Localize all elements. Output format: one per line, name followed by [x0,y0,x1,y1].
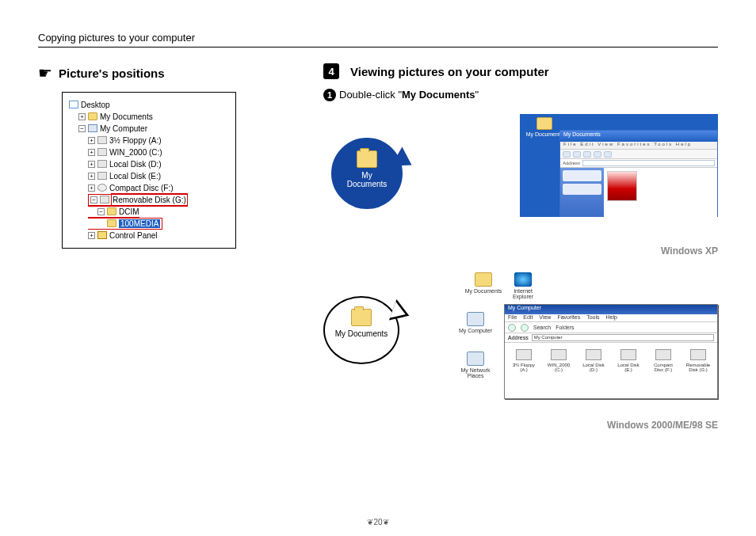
picture-thumbnail [607,171,637,201]
tree-cd: Compact Disc (F:) [109,184,174,192]
folder-icon [351,309,372,326]
floppy-icon [97,136,107,144]
window-addressbar: Address My Computer [505,333,717,343]
xp-desktop: My Documents My Documents File Edit View… [520,114,718,217]
window-menubar: File Edit View Favorites Tools Help [505,314,717,322]
folder-tree: Desktop +My Documents −My Computer +3½ F… [62,92,236,249]
expander-icon: + [88,184,95,192]
instr-prefix: Double-click " [339,89,402,101]
menu-item: Help [606,314,617,321]
expander-icon: − [97,208,105,215]
tree-mycomp: My Computer [100,124,147,133]
page-header: Copying pictures to your computer [38,32,718,48]
bubble-label: My Documents [341,171,393,188]
removable-drive-icon [100,196,109,203]
drive-label: WIN_2000 (C:) [548,363,570,372]
folder-icon [107,207,116,215]
drives-area: 3½ Floppy (A:) WIN_2000 (C:) Local Disk … [505,343,717,378]
classic-desktop: My Documents Internet Explorer My Comput… [456,272,718,407]
drive-item: Local Disk (E:) [614,349,643,372]
window-toolbar: Search Folders [505,322,717,333]
control-panel-icon [97,231,107,239]
left-heading: Picture's positions [59,67,165,80]
icon-label: My Network Places [461,367,491,378]
substep-number-badge: 1 [323,89,336,101]
menu-item: View [539,314,551,321]
window-addressbar: Address [560,159,717,168]
menu-item: Favorites [557,314,580,321]
desktop-icon-mydocs: My Documents [525,117,564,137]
window-menubar: File Edit View Favorites Tools Help [560,142,717,150]
back-icon [508,324,516,332]
expander-icon: + [78,113,86,120]
drive-item: 3½ Floppy (A:) [510,349,538,372]
expander-icon: − [78,125,86,132]
drive-icon [97,148,107,156]
tree-100media: 100MEDIA [119,219,160,228]
step-number-badge: 4 [323,63,339,79]
tree-desktop: Desktop [81,101,110,109]
folder-icon [107,219,116,227]
tree-control: Control Panel [109,231,158,240]
icon-label: My Documents [526,131,563,137]
expander-icon: + [88,137,95,144]
drive-label: Local Disk (D:) [582,363,605,372]
drive-label: 3½ Floppy (A:) [513,363,535,372]
window-sidepanel [560,168,604,217]
drive-item: Removable Disk (G:) [684,349,712,372]
window-titlebar: My Computer [505,305,717,314]
expander-icon: − [90,196,97,203]
xp-explorer-window: My Documents File Edit View Favorites To… [559,130,718,217]
tree-localE: Local Disk (E:) [109,172,161,181]
drive-label: Compact Disc (F:) [654,363,673,372]
desktop-icon-ie: Internet Explorer [504,272,542,299]
toolbar-search: Search [533,325,551,330]
os-label-xp: Windows XP [323,245,718,257]
tree-dcim: DCIM [119,207,139,216]
figure-windows-2k: My Documents My Documents Internet Explo… [323,272,718,415]
page-number: ❦20❦ [0,518,756,526]
cd-icon [97,184,107,192]
address-label: Address [508,335,529,340]
icon-label: My Computer [459,328,492,333]
computer-icon [88,124,97,132]
expander-icon: + [88,161,95,168]
address-field: My Computer [532,334,714,341]
callout-bubble-xp: My Documents [331,138,403,209]
os-label-2k: Windows 2000/ME/98 SE [323,420,718,431]
menu-item: Edit [523,314,533,321]
icon-label: Internet Explorer [513,288,533,299]
icon-label: My Documents [465,288,502,294]
tree-removable: Removable Disk (G:) [112,194,187,206]
highlighted-branch: −Removable Disk (G:) −DCIM 100MEDIA [88,194,187,230]
address-label: Address [563,161,580,165]
right-heading: Viewing pictures on your computer [350,65,549,78]
desktop-icon-mycomp: My Computer [456,312,494,333]
tree-localD: Local Disk (D:) [109,160,162,169]
window-titlebar: My Documents [560,131,717,142]
hand-point-icon: ☛ [38,63,52,82]
menu-item: Tools [586,314,599,321]
tree-win2000: WIN_2000 (C:) [109,148,162,157]
bubble-label: My Documents [333,329,390,338]
desktop-icon [69,101,78,108]
drive-label: Removable Disk (G:) [686,363,710,372]
drive-item: Local Disk (D:) [579,349,608,372]
expander-icon: + [88,149,95,156]
drive-item: WIN_2000 (C:) [544,349,573,372]
instr-bold: My Documents [402,89,475,101]
desktop-icon-mydocs: My Documents [464,272,502,294]
desktop-icon-network: My Network Places [456,352,494,378]
window-content [604,168,717,217]
tree-floppy: 3½ Floppy (A:) [109,136,162,145]
tree-mydocs: My Documents [100,112,153,121]
forward-icon [521,324,529,332]
window-toolbar [560,150,717,159]
drive-label: Local Disk (E:) [617,363,640,372]
toolbar-folders: Folders [556,325,574,330]
classic-explorer-window: My Computer File Edit View Favorites Too… [504,304,718,399]
drive-item: Compact Disc (F:) [649,349,678,372]
instr-suffix: " [475,89,479,101]
expander-icon: + [88,232,95,239]
callout-bubble-2k: My Documents [323,296,399,364]
